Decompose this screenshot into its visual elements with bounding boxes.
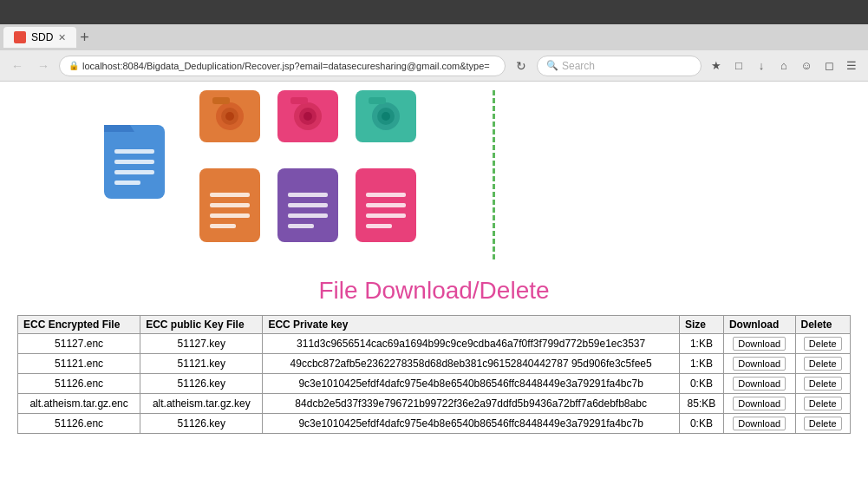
refresh-button[interactable]: ↻ (511, 56, 532, 76)
table-body: 51127.enc51127.key311d3c9656514cac69a169… (18, 334, 851, 434)
files-table: ECC Encrypted File ECC public Key File E… (17, 315, 851, 434)
table-row: alt.atheism.tar.gz.encalt.atheism.tar.gz… (18, 394, 851, 414)
decorative-icons (78, 82, 598, 268)
enc-file-cell: 51121.enc (18, 354, 140, 374)
svg-rect-4 (114, 181, 140, 185)
page-content: File Download/Delete ECC Encrypted File … (0, 82, 868, 499)
home-button[interactable]: ⌂ (774, 56, 793, 76)
download-indicator-button[interactable]: ↓ (752, 56, 771, 76)
svg-rect-15 (290, 97, 308, 104)
size-cell: 1:KB (679, 334, 723, 354)
delete-button[interactable]: Delete (804, 337, 842, 351)
user-button[interactable]: ☺ (797, 56, 816, 76)
col-header-delete: Delete (795, 316, 851, 334)
section-title: File Download/Delete (17, 277, 851, 305)
size-cell: 1:KB (679, 354, 723, 374)
svg-rect-35 (366, 224, 392, 228)
delete-button[interactable]: Delete (804, 417, 842, 430)
url-text: localhost:8084/Bigdata_Deduplication/Rec… (82, 61, 490, 71)
download-button[interactable]: Download (733, 357, 786, 371)
download-cell: Download (723, 414, 795, 434)
svg-rect-20 (369, 97, 386, 104)
svg-point-9 (225, 112, 234, 121)
col-header-size: Size (679, 316, 723, 334)
col-header-priv-key: ECC Private key (263, 316, 680, 334)
table-header: ECC Encrypted File ECC public Key File E… (18, 316, 851, 334)
enc-file-cell: alt.atheism.tar.gz.enc (18, 394, 140, 414)
col-header-enc-file: ECC Encrypted File (18, 316, 140, 334)
svg-rect-30 (288, 224, 314, 228)
forward-button[interactable]: → (33, 56, 54, 76)
table-row: 51127.enc51127.key311d3c9656514cac69a169… (18, 334, 851, 354)
reading-mode-button[interactable]: □ (729, 56, 748, 76)
sync-button[interactable]: ◻ (819, 56, 839, 76)
table-row: 51126.enc51126.key9c3e1010425efdf4dafc97… (18, 414, 851, 434)
svg-rect-29 (288, 213, 328, 218)
enc-file-cell: 51127.enc (18, 334, 140, 354)
svg-rect-24 (210, 213, 250, 218)
svg-rect-2 (114, 160, 154, 164)
new-tab-button[interactable]: + (80, 29, 89, 47)
svg-rect-22 (210, 193, 250, 197)
download-button[interactable]: Download (733, 337, 786, 351)
svg-rect-27 (288, 193, 328, 197)
private-key-cell: 9c3e1010425efdf4dafc975e4b8e6540b86546ff… (263, 414, 680, 434)
svg-rect-23 (210, 203, 250, 207)
table-row: 51121.enc51121.key49ccbc872afb5e23622783… (18, 354, 851, 374)
menu-button[interactable]: ☰ (842, 56, 861, 76)
private-key-cell: 84dcb2e5d37f339e796721b99722f36e2a97ddfd… (263, 394, 680, 414)
svg-point-14 (303, 112, 312, 121)
size-cell: 0:KB (679, 374, 723, 394)
tab-close-button[interactable]: ✕ (58, 32, 66, 43)
download-cell: Download (723, 334, 795, 354)
svg-rect-10 (212, 97, 230, 104)
download-button[interactable]: Download (733, 397, 786, 410)
svg-rect-28 (288, 203, 328, 207)
search-icon: 🔍 (546, 60, 558, 71)
download-cell: Download (723, 354, 795, 374)
key-file-cell: alt.atheism.tar.gz.key (140, 394, 263, 414)
delete-cell: Delete (795, 414, 851, 434)
size-cell: 85:KB (679, 394, 723, 414)
bookmark-star-button[interactable]: ★ (707, 56, 726, 76)
nav-bar: ← → 🔒 localhost:8084/Bigdata_Deduplicati… (0, 50, 868, 82)
key-file-cell: 51127.key (140, 334, 263, 354)
search-bar[interactable]: 🔍 Search (537, 56, 702, 76)
lock-icon: 🔒 (69, 61, 79, 70)
icons-area (0, 82, 868, 268)
nav-icons: ★ □ ↓ ⌂ ☺ ◻ ☰ (707, 56, 861, 76)
url-bar[interactable]: 🔒 localhost:8084/Bigdata_Deduplication/R… (59, 56, 506, 76)
search-placeholder: Search (562, 60, 595, 72)
active-tab[interactable]: SDD ✕ (3, 27, 76, 48)
svg-point-19 (382, 112, 390, 121)
back-button[interactable]: ← (7, 56, 28, 76)
svg-rect-32 (366, 193, 406, 197)
title-bar (0, 0, 868, 24)
svg-marker-5 (104, 125, 134, 132)
tab-bar: SDD ✕ + (0, 24, 868, 50)
private-key-cell: 9c3e1010425efdf4dafc975e4b8e6540b86546ff… (263, 374, 680, 394)
col-header-download: Download (723, 316, 795, 334)
size-cell: 0:KB (679, 414, 723, 434)
private-key-cell: 49ccbc872afb5e2362278358d68d8eb381c96152… (263, 354, 680, 374)
key-file-cell: 51126.key (140, 374, 263, 394)
svg-rect-34 (366, 213, 406, 218)
col-header-pub-key: ECC public Key File (140, 316, 263, 334)
download-button[interactable]: Download (733, 417, 786, 430)
table-row: 51126.enc51126.key9c3e1010425efdf4dafc97… (18, 374, 851, 394)
delete-button[interactable]: Delete (804, 377, 842, 391)
delete-button[interactable]: Delete (804, 397, 842, 410)
svg-rect-33 (366, 203, 406, 207)
delete-cell: Delete (795, 374, 851, 394)
download-cell: Download (723, 374, 795, 394)
delete-button[interactable]: Delete (804, 357, 842, 371)
svg-rect-1 (114, 149, 154, 154)
delete-cell: Delete (795, 394, 851, 414)
download-button[interactable]: Download (733, 377, 786, 391)
download-cell: Download (723, 394, 795, 414)
delete-cell: Delete (795, 334, 851, 354)
tab-favicon (14, 31, 26, 43)
delete-cell: Delete (795, 354, 851, 374)
tab-title: SDD (31, 31, 53, 43)
private-key-cell: 311d3c9656514cac69a1694b99c9ce9cdba46a7f… (263, 334, 680, 354)
